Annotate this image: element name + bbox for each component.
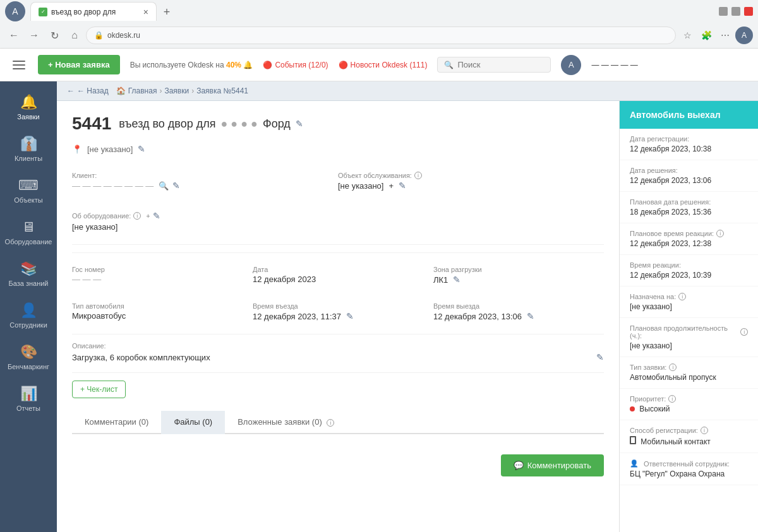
usage-percent: 40% — [226, 61, 241, 69]
assigned-info-icon[interactable]: i — [678, 293, 686, 300]
equipment-info-icon[interactable]: i — [133, 212, 141, 220]
sidebar-item-settings[interactable]: ⚙ Настройки — [0, 524, 57, 532]
duration-info-icon[interactable]: i — [740, 328, 748, 336]
panel-responsible: 👤 Ответственный сотрудник: БЦ "Регул" Ох… — [620, 453, 758, 485]
new-ticket-btn[interactable]: + Новая заявка — [38, 55, 120, 74]
divider1 — [72, 244, 604, 245]
hamburger-line — [13, 64, 25, 66]
comment-btn[interactable]: 💬 Комментировать — [501, 454, 604, 476]
tab-files[interactable]: Файлы (0) — [161, 411, 225, 434]
date-label: Дата — [253, 266, 423, 273]
search-box[interactable]: 🔍 — [437, 57, 551, 73]
client-service-grid: Клиент: — — — — — — — — 🔍 ✎ Объект обслу… — [72, 167, 604, 196]
ticket-title-row: въезд во двор для ● ● ● ● Форд ✎ — [119, 117, 303, 131]
planned-reaction-info-icon[interactable]: i — [716, 230, 724, 237]
sidebar-item-benchmark[interactable]: 🎨 Бенчмаркинг — [0, 336, 57, 378]
ticket-header: 5441 въезд во двор для ● ● ● ● Форд ✎ — [72, 114, 604, 134]
more-btn[interactable]: ⋯ — [716, 27, 734, 44]
edit-description-icon[interactable]: ✎ — [596, 352, 604, 362]
events-btn[interactable]: 🔴 События (12/0) — [263, 61, 328, 69]
ticket-type-info-icon[interactable]: i — [669, 364, 677, 371]
breadcrumb-home[interactable]: Главная — [128, 86, 157, 95]
sidebar-item-objects[interactable]: ⌨ Объекты — [0, 170, 57, 211]
edit-exit-time-icon[interactable]: ✎ — [527, 311, 534, 321]
app-container: 🔔 Заявки 👔 Клиенты ⌨ Объекты 🖥 Оборудова… — [0, 81, 758, 532]
equipment-value: [не указано] — [72, 222, 604, 232]
tab-comments[interactable]: Комментарии (0) — [72, 411, 161, 434]
knowledge-icon: 📚 — [20, 261, 37, 277]
panel-planned-solution-label: Плановая дата решения: — [630, 198, 748, 206]
tab-close-btn[interactable]: × — [143, 7, 148, 17]
topbar-info: Вы используете Okdesk на 40% 🔔 🔴 События… — [130, 55, 748, 75]
sidebar-label-clients: Клиенты — [15, 155, 42, 162]
checklist-btn[interactable]: + Чек-лист — [72, 381, 126, 398]
sidebar-label-staff: Сотрудники — [9, 321, 47, 329]
info-icon[interactable]: i — [414, 172, 422, 179]
search-client-icon[interactable]: 🔍 — [159, 181, 169, 191]
back-btn[interactable]: ← — [5, 27, 23, 44]
panel-reg-date-label: Дата регистрации: — [630, 135, 748, 143]
benchmark-icon: 🎨 — [20, 344, 37, 360]
edit-service-object-icon[interactable]: ✎ — [399, 180, 406, 191]
bookmark-btn[interactable]: ☆ — [678, 27, 696, 44]
service-object-value-row: [не указано] + ✎ — [338, 180, 604, 191]
reg-method-info-icon[interactable]: i — [701, 427, 708, 434]
main-content: ← ← Назад 🏠 Главная › Заявки › Заявка №5… — [57, 81, 758, 532]
panel-planned-reaction: Плановое время реакции: i 12 декабря 202… — [620, 223, 758, 255]
ticket-title-suffix: Форд — [263, 117, 291, 131]
sidebar-item-tickets[interactable]: 🔔 Заявки — [0, 86, 57, 128]
user-profile-btn[interactable]: А — [735, 27, 753, 44]
home-btn[interactable]: ⌂ — [66, 27, 83, 44]
panel-responsible-value: БЦ "Регул" Охрана Охрана — [630, 470, 748, 478]
sidebar-item-clients[interactable]: 👔 Клиенты — [0, 128, 57, 170]
hamburger-menu-btn[interactable] — [10, 56, 28, 74]
edit-client-icon[interactable]: ✎ — [172, 180, 180, 191]
add-equipment-icon[interactable]: + — [146, 212, 150, 220]
close-btn[interactable] — [744, 7, 753, 16]
ticket-id: 5441 — [72, 114, 111, 134]
tab-nested[interactable]: Вложенные заявки (0) i — [225, 411, 347, 434]
car-type-field: Тип автомобиля Микроавтобус — [72, 297, 243, 326]
user-name[interactable]: — — — — — — [591, 61, 637, 69]
edit-entry-time-icon[interactable]: ✎ — [346, 311, 354, 321]
unload-zone-label: Зона разгрузки — [433, 266, 604, 273]
active-tab[interactable]: ✓ въезд во двор для × — [30, 2, 157, 21]
fields-row-2: Тип автомобиля Микроавтобус Время въезда… — [72, 297, 604, 326]
panel-ticket-type-value: Автомобильный пропуск — [630, 373, 748, 382]
edit-location-icon[interactable]: ✎ — [138, 144, 145, 154]
priority-dot — [630, 406, 635, 411]
edit-title-icon[interactable]: ✎ — [296, 119, 303, 129]
breadcrumb-tickets[interactable]: Заявки — [164, 86, 189, 95]
panel-planned-reaction-value: 12 декабря 2023, 12:38 — [630, 239, 748, 248]
forward-btn[interactable]: → — [25, 27, 43, 44]
extensions-btn[interactable]: 🧩 — [697, 27, 715, 44]
equipment-label: Об оборудование: i + ✎ — [72, 211, 604, 221]
user-avatar[interactable]: А — [561, 55, 581, 75]
minimize-btn[interactable] — [719, 7, 728, 16]
edit-equipment-icon[interactable]: ✎ — [153, 211, 160, 221]
maximize-btn[interactable] — [731, 7, 740, 16]
description-value-row: Загрузка, 6 коробок комплектующих ✎ — [72, 352, 604, 362]
profile-avatar[interactable]: А — [5, 1, 25, 21]
sidebar-item-knowledge[interactable]: 📚 База знаний — [0, 253, 57, 295]
sidebar: 🔔 Заявки 👔 Клиенты ⌨ Объекты 🖥 Оборудова… — [0, 81, 57, 532]
search-input[interactable] — [457, 60, 533, 69]
panel-reg-date-value: 12 декабря 2023, 10:38 — [630, 145, 748, 153]
new-tab-btn[interactable]: + — [158, 3, 176, 21]
sidebar-item-equipment[interactable]: 🖥 Оборудование — [0, 211, 57, 253]
search-icon: 🔍 — [444, 61, 454, 69]
sidebar-item-staff[interactable]: 👤 Сотрудники — [0, 295, 57, 336]
add-service-object-icon[interactable]: + — [388, 181, 394, 191]
back-link[interactable]: ← ← Назад — [67, 86, 109, 95]
refresh-btn[interactable]: ↻ — [45, 27, 63, 44]
gov-number-label: Гос номер — [72, 266, 243, 273]
location-row: 📍 [не указано] ✎ — [72, 144, 604, 154]
right-panel: Автомобиль выехал Дата регистрации: 12 д… — [619, 101, 758, 532]
nested-info-icon[interactable]: i — [327, 419, 334, 427]
unload-zone-field: Зона разгрузки ЛК1 ✎ — [433, 261, 604, 290]
news-btn[interactable]: 🔴 Новости Okdesk (111) — [339, 61, 428, 69]
edit-zone-icon[interactable]: ✎ — [453, 275, 460, 285]
priority-info-icon[interactable]: i — [668, 395, 676, 403]
address-bar[interactable]: 🔒 okdesk.ru — [86, 27, 676, 44]
sidebar-item-reports[interactable]: 📊 Отчеты — [0, 378, 57, 420]
